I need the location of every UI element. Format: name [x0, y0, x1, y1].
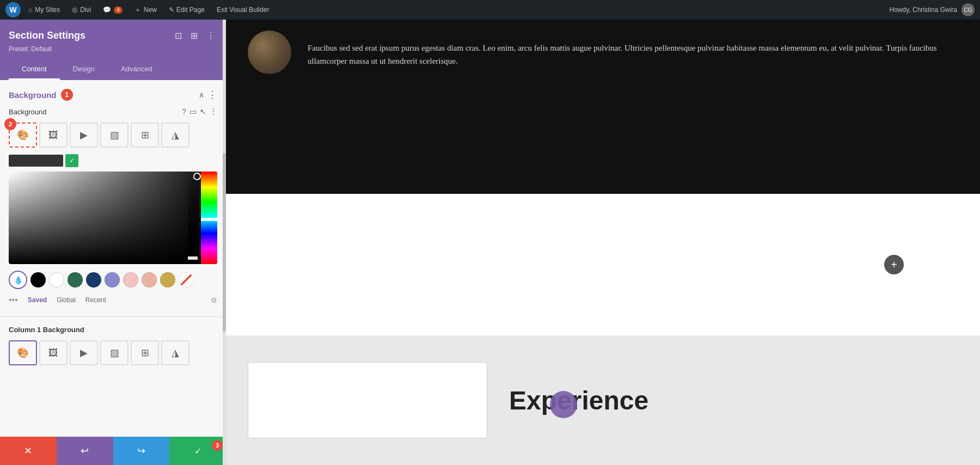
panel-preset[interactable]: Preset: Default	[9, 45, 217, 53]
color-swatch-peach[interactable]	[142, 272, 157, 287]
profile-img-inner	[248, 30, 291, 74]
bg-type-video[interactable]: ▶	[70, 123, 98, 148]
howdy-text: Howdy, Christina Gwira	[890, 6, 957, 14]
palette-settings-icon[interactable]: ⚙	[211, 296, 217, 304]
comments-menu[interactable]: 💬 4	[99, 4, 127, 16]
experience-box	[248, 362, 487, 438]
color-swatch-gold[interactable]	[160, 272, 175, 287]
bg-color-icon: 🎨	[17, 129, 29, 141]
save-button[interactable]: ✓ 3	[169, 437, 226, 465]
background-row-label: Background	[9, 108, 177, 116]
panel-content: Background 1 ∧ ⋮ Background ? ▭ ↖	[0, 80, 226, 437]
color-swatch-blue[interactable]	[86, 272, 101, 287]
background-help-icon[interactable]: ?	[182, 107, 186, 116]
admin-bar: W ⌂ My Sites ◎ Divi 💬 4 ＋ New ✎ Edit Pag…	[0, 0, 980, 20]
bg-image-icon: 🖼	[48, 130, 58, 141]
save-badge: 3	[212, 440, 223, 451]
opacity-slider[interactable]	[188, 172, 198, 264]
col-bg-video-icon: ▶	[80, 347, 88, 359]
panel-columns-icon[interactable]: ⊞	[188, 28, 200, 43]
bg-mask-icon: ◮	[171, 129, 179, 141]
global-tab[interactable]: Global	[52, 295, 80, 305]
tab-advanced[interactable]: Advanced	[108, 59, 166, 80]
col-bg-pattern-icon: ⊞	[141, 347, 149, 359]
recent-tab[interactable]: Recent	[81, 295, 111, 305]
color-hex-input[interactable]	[9, 155, 63, 167]
saved-tab[interactable]: Saved	[23, 295, 51, 305]
background-cursor-icon[interactable]: ↖	[200, 107, 206, 116]
background-section: Background 1 ∧ ⋮ Background ? ▭ ↖	[0, 80, 226, 317]
col-bg-type-mask[interactable]: ◮	[161, 340, 189, 365]
bg-type-gradient[interactable]: ▨	[100, 123, 128, 148]
tab-design[interactable]: Design	[60, 59, 108, 80]
hue-slider[interactable]	[201, 172, 217, 264]
column-bg-section: Column 1 Background 🎨 🖼 ▶ ▨ ⊞	[0, 317, 226, 374]
bg-type-pattern[interactable]: ⊞	[131, 123, 159, 148]
edit-page-btn[interactable]: ✎ Edit Page	[164, 4, 209, 16]
divi-label: Divi	[80, 6, 91, 14]
panel-footer: ✕ ↩ ↪ ✓ 3	[0, 437, 226, 465]
background-type-icons: 2 🎨 🖼 ▶ ▨ ⊞ ◮	[9, 123, 217, 148]
hue-handle[interactable]	[201, 218, 217, 221]
color-swatch-purple[interactable]	[105, 272, 120, 287]
color-swatch-pink[interactable]	[123, 272, 138, 287]
my-sites-menu[interactable]: ⌂ My Sites	[24, 4, 64, 16]
white-section: +	[226, 194, 980, 335]
undo-button[interactable]: ↩	[57, 437, 113, 465]
section-more-icon[interactable]: ⋮	[207, 89, 217, 101]
admin-bar-left: W ⌂ My Sites ◎ Divi 💬 4 ＋ New ✎ Edit Pag…	[5, 2, 887, 17]
color-input-row: ✓	[9, 154, 217, 167]
my-sites-icon: ⌂	[28, 6, 32, 14]
color-palette-dots[interactable]: •••	[9, 295, 18, 305]
background-more-icon[interactable]: ⋮	[210, 107, 217, 116]
gradient-canvas-wrap[interactable]	[9, 172, 217, 264]
col-bg-type-video[interactable]: ▶	[70, 340, 98, 365]
divi-menu[interactable]: ◎ Divi	[68, 4, 95, 16]
admin-bar-right: Howdy, Christina Gwira CG	[890, 3, 975, 16]
color-swatch-black[interactable]	[30, 272, 46, 287]
discard-icon: ✕	[24, 445, 32, 457]
user-avatar[interactable]: CG	[961, 3, 975, 16]
bg-type-image[interactable]: 🖼	[39, 123, 68, 148]
panel-restore-icon[interactable]: ⊡	[173, 28, 184, 43]
color-gradient-canvas[interactable]	[9, 172, 217, 264]
new-menu[interactable]: ＋ New	[130, 3, 161, 17]
opacity-handle[interactable]	[188, 256, 198, 260]
panel-title: Section Settings	[9, 30, 85, 41]
color-swatch-green[interactable]	[68, 272, 83, 287]
col-bg-type-gradient[interactable]: ▨	[100, 340, 128, 365]
col-bg-mask-icon: ◮	[171, 347, 179, 359]
background-title-text: Background	[9, 90, 57, 100]
tab-content[interactable]: Content	[9, 59, 60, 80]
background-tablet-icon[interactable]: ▭	[189, 107, 197, 116]
eyedropper-button[interactable]: 💧	[9, 271, 27, 289]
bg-type-color[interactable]: 2 🎨	[9, 123, 37, 148]
experience-title-wrap: Experience	[509, 386, 648, 415]
wordpress-icon[interactable]: W	[5, 2, 21, 17]
new-label: New	[144, 6, 157, 14]
dark-body-text: Faucibus sed sed erat ipsum purus egesta…	[308, 41, 958, 68]
redo-icon: ↪	[137, 445, 145, 457]
color-swatch-white[interactable]	[49, 272, 64, 287]
experience-dot	[550, 391, 577, 418]
bg-video-icon: ▶	[80, 129, 88, 141]
discard-button[interactable]: ✕	[0, 437, 57, 465]
color-confirm-btn[interactable]: ✓	[65, 154, 78, 167]
dark-text-content: Faucibus sed sed erat ipsum purus egesta…	[308, 30, 958, 183]
bg-type-mask[interactable]: ◮	[161, 123, 189, 148]
section-collapse-icon[interactable]: ∧	[199, 90, 204, 99]
col-bg-type-pattern[interactable]: ⊞	[131, 340, 159, 365]
bg-type-badge: 2	[4, 118, 16, 130]
panel-header: Section Settings ⊡ ⊞ ⋮ Preset: Default C…	[0, 20, 226, 80]
col-bg-type-color[interactable]: 🎨	[9, 340, 37, 365]
add-module-button[interactable]: +	[884, 255, 904, 274]
background-row-icons: ? ▭ ↖ ⋮	[182, 107, 217, 116]
redo-button[interactable]: ↪	[113, 437, 170, 465]
gray-section: Experience	[226, 335, 980, 465]
panel-title-icons: ⊡ ⊞ ⋮	[173, 28, 217, 43]
section-header-right: ∧ ⋮	[199, 89, 217, 101]
panel-more-icon[interactable]: ⋮	[204, 28, 217, 43]
col-bg-type-image[interactable]: 🖼	[39, 340, 68, 365]
exit-builder-btn[interactable]: Exit Visual Builder	[212, 4, 274, 16]
color-swatch-eraser[interactable]	[179, 272, 194, 287]
